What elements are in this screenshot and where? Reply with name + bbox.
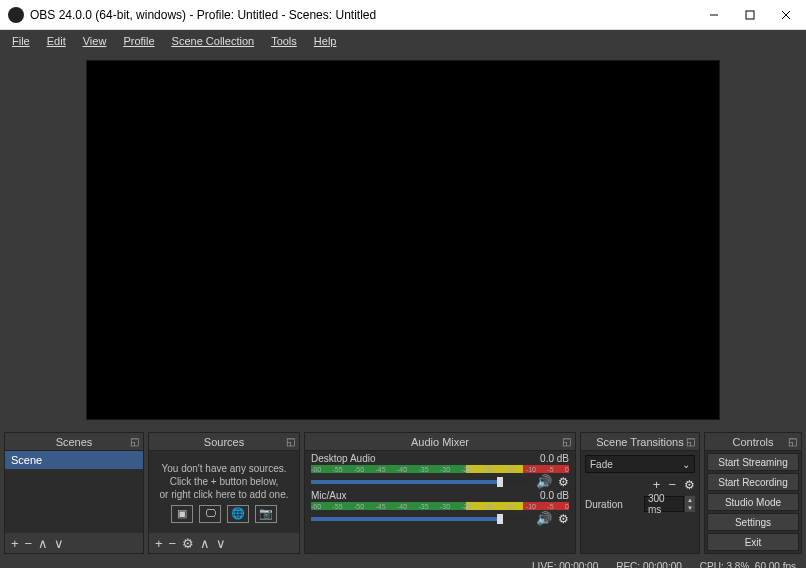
remove-source-button[interactable]: −: [169, 536, 177, 551]
popout-icon[interactable]: ◱: [560, 435, 572, 447]
popout-icon[interactable]: ◱: [128, 435, 140, 447]
channel-level: 0.0 dB: [540, 453, 569, 464]
vu-meter: -60-55-50-45-40-35-30-25-20-15-10-50: [311, 502, 569, 510]
controls-title: Controls: [733, 436, 774, 448]
transition-select[interactable]: Fade ⌄: [585, 455, 695, 473]
sources-empty-l1: You don't have any sources.: [162, 462, 287, 475]
source-down-button[interactable]: ∨: [216, 536, 226, 551]
speaker-icon[interactable]: 🔊: [536, 511, 552, 526]
scenes-title: Scenes: [56, 436, 93, 448]
add-source-button[interactable]: +: [155, 536, 163, 551]
volume-slider[interactable]: [311, 480, 530, 484]
sources-title: Sources: [204, 436, 244, 448]
scene-up-button[interactable]: ∧: [38, 536, 48, 551]
scenes-header: Scenes ◱: [5, 433, 143, 451]
minimize-button[interactable]: [696, 4, 732, 26]
channel-level: 0.0 dB: [540, 490, 569, 501]
scene-item[interactable]: Scene: [5, 451, 143, 469]
sources-empty-l3: or right click here to add one.: [160, 488, 289, 501]
sources-header: Sources ◱: [149, 433, 299, 451]
maximize-button[interactable]: [732, 4, 768, 26]
audio-mixer-panel: Audio Mixer ◱ Desktop Audio 0.0 dB -60-5…: [304, 432, 576, 554]
popout-icon[interactable]: ◱: [684, 435, 696, 447]
menu-file[interactable]: File: [4, 33, 38, 49]
channel-name: Mic/Aux: [311, 490, 347, 501]
scenes-toolbar: + − ∧ ∨: [5, 533, 143, 553]
transitions-title: Scene Transitions: [596, 436, 683, 448]
camera-source-icon: 📷: [255, 505, 277, 523]
meter-ticks: -60-55-50-45-40-35-30-25-20-15-10-50: [311, 502, 569, 510]
transition-value: Fade: [590, 459, 613, 470]
meter-ticks: -60-55-50-45-40-35-30-25-20-15-10-50: [311, 465, 569, 473]
sources-empty-l2: Click the + button below,: [170, 475, 279, 488]
mixer-title: Audio Mixer: [411, 436, 469, 448]
preview-canvas[interactable]: [86, 60, 720, 420]
sources-empty-message[interactable]: You don't have any sources. Click the + …: [149, 451, 299, 533]
controls-panel: Controls ◱ Start Streaming Start Recordi…: [704, 432, 802, 554]
duration-spinner[interactable]: 300 ms ▲ ▼: [644, 496, 695, 512]
remove-scene-button[interactable]: −: [25, 536, 33, 551]
gear-icon[interactable]: ⚙: [558, 475, 569, 489]
gear-icon[interactable]: ⚙: [684, 478, 695, 492]
spin-down-button[interactable]: ▼: [685, 504, 695, 512]
remove-transition-button[interactable]: −: [668, 477, 676, 492]
workspace: [0, 52, 806, 428]
settings-button[interactable]: Settings: [707, 513, 799, 531]
close-button[interactable]: [768, 4, 804, 26]
exit-button[interactable]: Exit: [707, 533, 799, 551]
sources-panel: Sources ◱ You don't have any sources. Cl…: [148, 432, 300, 554]
duration-label: Duration: [585, 499, 623, 510]
titlebar: OBS 24.0.0 (64-bit, windows) - Profile: …: [0, 0, 806, 30]
channel-name: Desktop Audio: [311, 453, 376, 464]
transitions-panel: Scene Transitions ◱ Fade ⌄ + − ⚙ Duratio…: [580, 432, 700, 554]
mixer-channel-desktop: Desktop Audio 0.0 dB -60-55-50-45-40-35-…: [311, 453, 569, 489]
panels-row: Scenes ◱ Scene + − ∧ ∨ Sources ◱ You don…: [0, 428, 806, 556]
menu-scene-collection[interactable]: Scene Collection: [164, 33, 263, 49]
browser-source-icon: 🌐: [227, 505, 249, 523]
chevron-down-icon: ⌄: [682, 459, 690, 470]
popout-icon[interactable]: ◱: [284, 435, 296, 447]
add-transition-button[interactable]: +: [653, 477, 661, 492]
studio-mode-button[interactable]: Studio Mode: [707, 493, 799, 511]
start-recording-button[interactable]: Start Recording: [707, 473, 799, 491]
menu-tools[interactable]: Tools: [263, 33, 305, 49]
speaker-icon[interactable]: 🔊: [536, 474, 552, 489]
spin-up-button[interactable]: ▲: [685, 496, 695, 504]
display-source-icon: 🖵: [199, 505, 221, 523]
mixer-channel-mic: Mic/Aux 0.0 dB -60-55-50-45-40-35-30-25-…: [311, 490, 569, 526]
sources-toolbar: + − ⚙ ∧ ∨: [149, 533, 299, 553]
start-streaming-button[interactable]: Start Streaming: [707, 453, 799, 471]
scenes-panel: Scenes ◱ Scene + − ∧ ∨: [4, 432, 144, 554]
menu-view[interactable]: View: [75, 33, 115, 49]
menubar: File Edit View Profile Scene Collection …: [0, 30, 806, 52]
menu-help[interactable]: Help: [306, 33, 345, 49]
volume-slider[interactable]: [311, 517, 530, 521]
status-live: LIVE: 00:00:00: [532, 561, 598, 569]
svg-rect-1: [746, 11, 754, 19]
vu-meter: -60-55-50-45-40-35-30-25-20-15-10-50: [311, 465, 569, 473]
add-scene-button[interactable]: +: [11, 536, 19, 551]
status-cpu: CPU: 3.8%, 60.00 fps: [700, 561, 796, 569]
window-title: OBS 24.0.0 (64-bit, windows) - Profile: …: [30, 8, 376, 22]
status-bar: LIVE: 00:00:00 REC: 00:00:00 CPU: 3.8%, …: [0, 556, 806, 568]
transitions-header: Scene Transitions ◱: [581, 433, 699, 451]
source-settings-button[interactable]: ⚙: [182, 536, 194, 551]
image-source-icon: ▣: [171, 505, 193, 523]
duration-value[interactable]: 300 ms: [644, 496, 684, 512]
gear-icon[interactable]: ⚙: [558, 512, 569, 526]
status-rec: REC: 00:00:00: [616, 561, 682, 569]
scene-list[interactable]: Scene: [5, 451, 143, 533]
menu-edit[interactable]: Edit: [39, 33, 74, 49]
menu-profile[interactable]: Profile: [115, 33, 162, 49]
scene-down-button[interactable]: ∨: [54, 536, 64, 551]
app-icon: [8, 7, 24, 23]
popout-icon[interactable]: ◱: [786, 435, 798, 447]
mixer-header: Audio Mixer ◱: [305, 433, 575, 451]
controls-header: Controls ◱: [705, 433, 801, 451]
source-up-button[interactable]: ∧: [200, 536, 210, 551]
